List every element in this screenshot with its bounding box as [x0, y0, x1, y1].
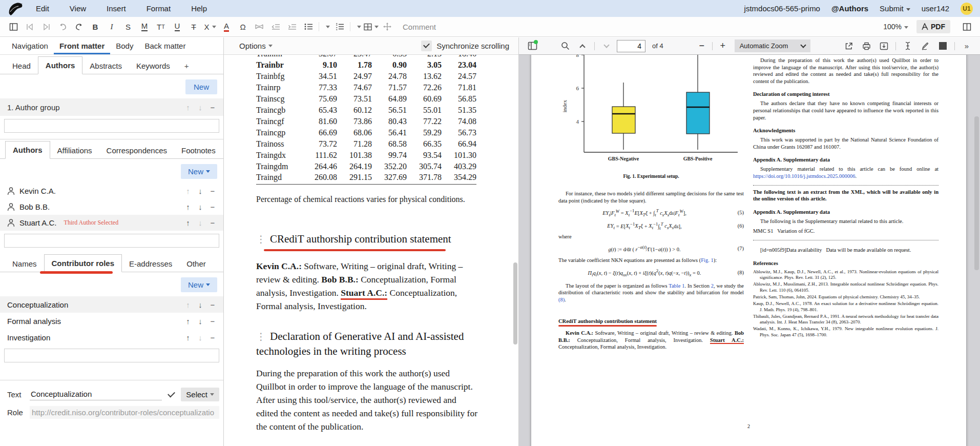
author-row-stuart[interactable]: Stuart A.C. Third Author Selected ↑ ↓ − [0, 215, 223, 231]
table1-link[interactable]: Table 1 [669, 283, 684, 289]
strike-icon[interactable]: S [120, 19, 136, 34]
table-row[interactable]: Trainbfg34.5124.9724.7813.6224.57 [256, 71, 476, 82]
move-up-icon[interactable]: ↑ [184, 333, 192, 342]
menu-help[interactable]: Help [191, 4, 218, 13]
bold-icon[interactable]: B [88, 19, 103, 34]
subscript-superscript-icon[interactable]: X [202, 19, 218, 34]
authors-handle[interactable]: @Authors [831, 4, 868, 13]
role-text-input[interactable]: Conceptualization [30, 389, 162, 400]
ai-declaration-heading[interactable]: ⋮Declaration of Generative AI and AI-ass… [256, 329, 476, 358]
tab-names[interactable]: Names [5, 255, 44, 272]
numbered-list-caret-icon[interactable] [353, 19, 362, 34]
move-up-icon[interactable]: ↑ [184, 103, 192, 112]
move-down-icon[interactable]: ↓ [197, 187, 204, 195]
pdf-zoom-out-icon[interactable]: − [696, 40, 707, 51]
new-role-button[interactable]: New [181, 277, 217, 292]
move-down-icon[interactable]: ↓ [197, 218, 204, 227]
role-row-investigation[interactable]: Investigation ↑ ↓ − [0, 329, 223, 346]
move-down-icon[interactable]: ↓ [197, 300, 204, 309]
author-row-bob[interactable]: Bob B.B. ↑ ↓ − [0, 199, 223, 215]
table-row[interactable]: Trainlm32.6723.476.332.1318.46 [256, 55, 476, 59]
table-row[interactable]: Traingd260.08291.15327.69371.78354.29 [256, 172, 476, 185]
remove-icon[interactable]: − [209, 202, 216, 211]
remove-icon[interactable]: − [209, 317, 216, 326]
menu-edit[interactable]: Edit [36, 4, 60, 13]
reactions-table[interactable]: Trainlm32.6723.476.332.1318.46 Trainbr9.… [256, 55, 476, 185]
table-row[interactable]: Traincgb65.4360.1256.5155.0151.35 [256, 105, 476, 116]
comment-button[interactable]: Comment [403, 23, 436, 31]
table-row[interactable]: Traingdx111.62101.3899.7493.54101.30 [256, 150, 476, 161]
drag-handle-icon[interactable]: ⋮ [256, 331, 266, 342]
move-up-icon[interactable]: ↑ [184, 218, 192, 227]
pdf-zoom-select[interactable]: Automatic Zoom [735, 39, 811, 52]
confirm-check-icon[interactable] [168, 390, 175, 397]
last-field-icon[interactable] [38, 19, 54, 34]
new-author-button[interactable]: New [181, 164, 217, 179]
editor-zoom-control[interactable]: 100% [883, 23, 908, 31]
table-icon[interactable] [363, 19, 379, 34]
editor-scrollbar[interactable] [513, 262, 517, 344]
tab-other[interactable]: Other [179, 255, 213, 272]
indent-icon[interactable] [284, 19, 300, 34]
numbered-list-icon[interactable] [332, 19, 347, 34]
credit-paragraph[interactable]: Kevin C.A.: Software, Writing – original… [256, 259, 479, 313]
pdf-scroll-area[interactable]: 8 6 4 index [519, 55, 980, 446]
remove-icon[interactable]: − [209, 103, 216, 112]
underline-icon[interactable]: U [170, 19, 185, 34]
move-up-icon[interactable]: ↑ [184, 317, 192, 326]
remove-icon[interactable]: − [209, 300, 216, 309]
pdf-highlight-color-swatch[interactable] [935, 39, 950, 53]
first-field-icon[interactable] [22, 19, 37, 34]
special-character-icon[interactable]: Ω [235, 19, 251, 34]
author-group-header[interactable]: 1. Author group ↑ ↓ − [0, 98, 223, 116]
author-row-kevin[interactable]: Kevin C.A. ↑ ↓ − [0, 183, 223, 199]
tab-contributor-roles[interactable]: Contributor roles [44, 254, 122, 272]
tab-navigation[interactable]: Navigation [6, 38, 54, 54]
italic-icon[interactable]: I [104, 19, 119, 34]
section2-link[interactable]: 2 [711, 283, 714, 289]
move-down-icon[interactable]: ↓ [197, 202, 204, 211]
move-down-icon[interactable]: ↓ [197, 317, 204, 326]
credit-heading[interactable]: ⋮CRediT authorship contribution statemen… [256, 233, 518, 246]
tab-correspondences[interactable]: Correspondences [99, 142, 174, 159]
move-up-icon[interactable]: ↑ [184, 202, 192, 211]
menu-view[interactable]: View [70, 4, 97, 13]
bullet-list-icon[interactable] [301, 19, 316, 34]
strikethrough-icon[interactable]: T [186, 19, 201, 34]
editor-content[interactable]: Trainlm32.6723.476.332.1318.46 Trainbr9.… [224, 55, 518, 445]
pdf-search-icon[interactable] [558, 39, 572, 53]
table-row[interactable]: Trainoss73.7271.2868.5866.3566.94 [256, 138, 476, 150]
tab-keywords[interactable]: Keywords [129, 57, 177, 74]
tab-authors-list[interactable]: Authors [5, 141, 50, 159]
page-layout-icon[interactable] [6, 19, 21, 34]
select-role-button[interactable]: Select [181, 388, 219, 401]
pdf-draw-icon[interactable] [918, 39, 932, 53]
role-list-field[interactable] [4, 349, 219, 362]
fig1-link[interactable]: Fig. 1 [701, 257, 714, 263]
table-row[interactable]: Trainbr9.101.780.903.0523.04 [256, 59, 476, 71]
tab-abstracts[interactable]: Abstracts [82, 57, 129, 74]
doi-link[interactable]: https://doi.org/10.1016/j.jstmdocs.2025.… [753, 173, 856, 179]
pdf-previous-page-icon[interactable] [575, 39, 590, 53]
font-color-icon[interactable]: A [219, 19, 234, 34]
remove-icon[interactable]: − [209, 333, 216, 342]
author-field[interactable] [4, 234, 219, 248]
tab-body[interactable]: Body [110, 38, 139, 54]
tab-e-addresses[interactable]: E-addresses [122, 255, 179, 272]
pdf-print-icon[interactable] [859, 39, 873, 53]
move-up-icon[interactable]: ↑ [184, 300, 192, 309]
ai-declaration-paragraph[interactable]: During the preparation of this work the … [256, 367, 479, 433]
move-down-icon[interactable]: ↓ [197, 103, 204, 112]
checkbox-checked-icon[interactable] [421, 40, 432, 51]
tab-authors[interactable]: Authors [38, 56, 83, 74]
pdf-scrollbar[interactable] [974, 116, 979, 270]
eq8-link[interactable]: (8) [558, 297, 565, 302]
table-row[interactable]: Trainscg75.6973.5164.8960.6956.85 [256, 93, 476, 105]
pdf-sidebar-toggle-icon[interactable] [525, 39, 539, 53]
pdf-download-icon[interactable] [877, 39, 891, 53]
table-row[interactable]: Traingdm264.46264.19352.20305.74403.29 [256, 161, 476, 172]
smallcaps-icon[interactable]: M [137, 19, 152, 34]
undo-icon[interactable] [55, 19, 70, 34]
font-size-icon[interactable]: TT [153, 19, 169, 34]
drag-handle-icon[interactable]: ⋮ [256, 234, 266, 245]
